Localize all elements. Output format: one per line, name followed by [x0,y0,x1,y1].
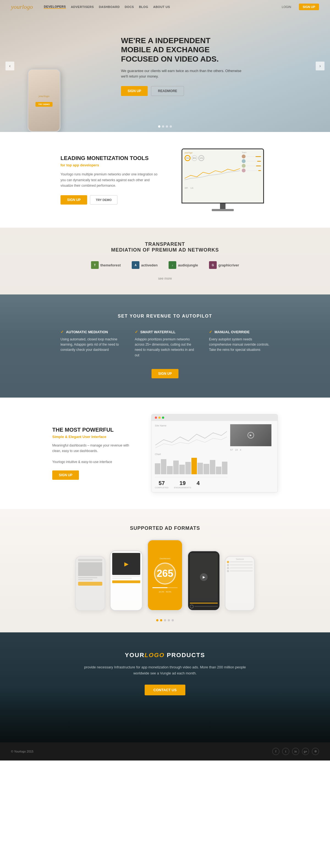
hero-prev-arrow[interactable]: ‹ [5,62,14,70]
adformats-dot-5[interactable] [172,619,174,621]
products-content: YOURLOGO PRODUCTS provide necessary Infr… [11,652,319,695]
nav-link-dashboard[interactable]: DASHBOARD [99,5,120,8]
hero-signup-button[interactable]: SIGN UP [121,86,148,96]
mock-bar-4 [173,461,179,474]
adformats-dots [0,619,330,621]
social-icon-twitter[interactable]: t [282,748,289,755]
nav-signup-button[interactable]: SIGN UP [299,4,319,10]
contact-us-button[interactable]: CONTACT US [145,685,185,695]
mock-stat-3: 4 [197,480,200,489]
feature-title-2: ✓ SMART WATERFALL [135,330,195,334]
hero-dot-1[interactable] [158,125,160,128]
play-icon-4: ▶ [200,573,208,581]
adformat-phone-4: ▶ [187,551,220,611]
video-play-icon: ▶ [247,432,254,438]
hero-buttons: SIGN UP READMORE [121,86,242,96]
autopilot-signup-button[interactable]: SIGN UP [152,369,178,378]
hero-dot-3[interactable] [166,125,168,128]
monitor-line-chart [184,163,240,185]
social-icon-facebook[interactable]: f [272,748,279,755]
nav-link-docs[interactable]: DOCS [125,5,134,8]
monetize-demo-button[interactable]: TRY DEMO [90,195,117,205]
hero-dot-4[interactable] [170,125,172,128]
feature-title-1: ✓ AUTOMATIC MEDIATION [60,330,121,334]
mock-bar-1 [155,463,160,474]
social-icon-rss[interactable]: ⊛ [312,748,319,755]
adformats-dot-2[interactable] [160,619,162,621]
mock-bar-11 [216,467,221,474]
products-section: YOURLOGO PRODUCTS provide necessary Infr… [0,632,330,742]
mock-chart-label1: Site Name [155,424,228,427]
adformat-phone-1 [75,556,105,611]
monitor-circle-1: 78% [184,155,190,161]
adformat-phone-2: ▶ [110,551,143,611]
autopilot-content: SET YOUR REVENUE TO AUTOPILOT ✓ AUTOMATI… [11,314,319,378]
adformats-content: SUPPORTED AD FORMATS [0,525,330,621]
audiojungle-icon: ♪ [169,261,176,269]
dashboard-desc1: Meaningful dashboards – manage your reve… [52,443,135,454]
mock-bar-chart [155,458,228,474]
adformat-phone-center: Dashboard 265 24.0%56.5% [147,539,183,611]
monitor-circle-3: 12% [198,155,204,161]
dashboard-mockup: Site Name Chart [151,414,278,492]
products-title-suffix: PRODUCTS [164,652,205,658]
nav-links: DEVELOPERS ADVERTISERS DASHBOARD DOCS BL… [44,4,319,10]
phone-demo-button[interactable]: TRY DEMO [35,102,53,107]
feature-desc-2: Adappio prioritizes premium networks acr… [135,337,195,358]
hero-readmore-button[interactable]: READMORE [151,86,184,96]
hero-next-arrow[interactable]: › [316,62,325,70]
monetize-signup-button[interactable]: SIGN UP [60,195,87,205]
monetization-section: LEADING MONETIZATION TOOLS for top app d… [0,132,330,228]
autopilot-features: ✓ AUTOMATIC MEDIATION Using automated, c… [11,330,319,358]
autopilot-feature-2: ✓ SMART WATERFALL Adappio prioritizes pr… [135,330,195,358]
mock-bar-5 [179,465,185,474]
nav-login-link[interactable]: LOGIN [282,5,291,8]
autopilot-feature-3: ✓ MANUAL OVERRIDE Every autopilot system… [209,330,270,358]
adformats-dot-3[interactable] [164,619,166,621]
autopilot-feature-1: ✓ AUTOMATIC MEDIATION Using automated, c… [60,330,121,358]
adformats-dot-4[interactable] [168,619,170,621]
autopilot-title: SET YOUR REVENUE TO AUTOPILOT [11,314,319,319]
products-title: YOURLOGO PRODUCTS [11,652,319,659]
monitor-illustration: yourlogo 78% 85% 12% 107. [176,149,270,211]
products-description: provide necessary Infrastructure for app… [83,664,247,676]
nav-link-blog[interactable]: BLOG [139,5,148,8]
mock-stat-label-1: COMPLETED [155,486,169,489]
mock-bar-12 [222,462,228,474]
adformats-section: SUPPORTED AD FORMATS [0,509,330,632]
nav-link-developers[interactable]: DEVELOPERS [44,5,66,9]
social-icon-linkedin[interactable]: in [292,748,299,755]
footer-copyright: © Yourlogo 2015 [11,750,34,753]
feature-desc-1: Using automated, closed loop machine lea… [60,337,121,353]
mock-bar-3 [167,466,173,474]
hero-dot-2[interactable] [162,125,164,128]
mock-header [152,414,277,421]
nav-link-about[interactable]: ABOUT US [153,5,170,8]
monitor-circle-2: 85% [191,155,198,161]
monetize-subtitle: for top app developers [60,163,159,167]
network-logo-graphicriver: G graphicriver [209,261,239,269]
mock-chart-label2: Chart [155,453,228,456]
nav-link-advertisers[interactable]: ADVERTISERS [71,5,94,8]
adformats-dot-1[interactable] [156,619,158,621]
social-icon-googleplus[interactable]: g+ [302,748,309,755]
mock-thumbnail: ▶ [230,424,271,446]
dashboard-signup-button[interactable]: SIGN UP [52,470,79,480]
monitor-left-panel: yourlogo 78% 85% 12% 107. [184,152,240,200]
network-logo-audiojungle: ♪ audiojungle [169,261,198,269]
hero-dots [158,125,172,128]
graphicriver-label: graphicriver [218,263,239,267]
mock-main-panel: Site Name Chart [155,424,228,489]
activeden-label: activeden [141,263,157,267]
mock-stat-2: 19 ENGAGEMENTS [174,480,191,489]
dashboard-text: THE MOST POWERFUL Simple & Elegant User … [52,427,135,480]
hero-content: WE'RE A INDEPENDENT MOBILE AD EXCHANGE F… [121,36,242,96]
mock-stat-num-1: 57 [155,480,169,486]
graphicriver-icon: G [209,261,217,269]
see-more-link[interactable]: see more [158,277,172,280]
monetize-description: Yourlogo runs multiple premium networks … [60,172,159,188]
dashboard-desc2: Yourlogo intuitive & easy-to-use interfa… [52,459,135,465]
mock-dot-green [162,416,164,419]
check-icon-3: ✓ [209,330,212,334]
adformat-screen-2: ▶ [111,551,142,610]
